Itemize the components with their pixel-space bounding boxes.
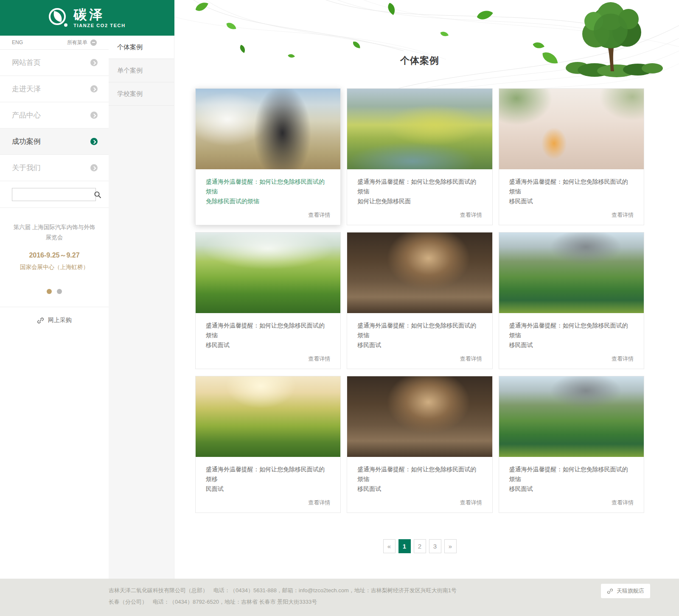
- case-photo: [499, 89, 644, 169]
- carousel-dots: [8, 289, 100, 294]
- case-title: 盛通海外温馨提醒：如何让您免除移民面试的烦恼 免除移民面试的烦恼: [206, 177, 330, 206]
- case-title: 盛通海外温馨提醒：如何让您免除移民面试的烦恼 如何让您免除移民面: [357, 177, 482, 206]
- online-procurement-link[interactable]: 网上采购: [37, 316, 72, 324]
- pagination-prev[interactable]: «: [383, 539, 396, 553]
- case-title: 盛通海外温馨提醒：如何让您免除移民面试的烦恼 移民面试: [509, 465, 634, 494]
- sidebar-item-label: 成功案例: [12, 137, 41, 146]
- all-menu-toggle[interactable]: 所有菜单: [67, 39, 97, 46]
- sidebar-item-about-tianze[interactable]: 走进天泽: [0, 76, 109, 102]
- case-card[interactable]: 盛通海外温馨提醒：如何让您免除移民面试的烦恼 移民面试 查看详情: [499, 232, 644, 369]
- case-title: 盛通海外温馨提醒：如何让您免除移民面试的烦恼 移民面试: [357, 321, 482, 350]
- sidebar-topbar: ENG 所有菜单: [0, 36, 109, 50]
- case-title: 盛通海外温馨提醒：如何让您免除移民面试的烦恼 移民面试: [509, 177, 634, 206]
- chevron-right-icon: [90, 59, 98, 66]
- procurement-block: 网上采购: [0, 307, 109, 335]
- case-photo: [196, 376, 340, 457]
- footer: 吉林天泽二氧化碳科技有限公司（总部） 电话：（0434）5631-888，邮箱：…: [0, 579, 679, 616]
- carousel-dot-2[interactable]: [57, 289, 62, 294]
- sidebar-item-success-cases[interactable]: 成功案例: [0, 129, 109, 155]
- search-icon: [94, 191, 101, 199]
- case-photo: [347, 232, 492, 313]
- case-photo: [196, 232, 340, 313]
- case-card[interactable]: 盛通海外温馨提醒：如何让您免除移民面试的烦移 民面试 查看详情: [195, 376, 341, 513]
- chevron-right-icon: [90, 85, 98, 92]
- leaf-circle-logo-icon: [49, 8, 68, 28]
- chevron-right-icon: [90, 112, 98, 119]
- language-toggle[interactable]: ENG: [12, 39, 23, 45]
- carousel-dot-1[interactable]: [47, 289, 52, 294]
- case-card[interactable]: 盛通海外温馨提醒：如何让您免除移民面试的烦恼 移民面试 查看详情: [347, 232, 492, 369]
- case-card[interactable]: 盛通海外温馨提醒：如何让您免除移民面试的烦恼 免除移民面试的烦恼 查看详情: [195, 88, 341, 225]
- footer-company-line1: 吉林天泽二氧化碳科技有限公司（总部） 电话：（0434）5631-888，邮箱：…: [109, 585, 679, 596]
- chevron-right-icon: [90, 138, 98, 145]
- case-card[interactable]: 盛通海外温馨提醒：如何让您免除移民面试的烦恼 移民面试 查看详情: [195, 232, 341, 369]
- tmall-store-button[interactable]: 天猫旗舰店: [601, 584, 650, 598]
- case-photo: [347, 89, 492, 169]
- submenu-item-school-cases[interactable]: 学校案例: [109, 82, 174, 106]
- case-grid: 盛通海外温馨提醒：如何让您免除移民面试的烦恼 免除移民面试的烦恼 查看详情 盛通…: [195, 88, 644, 513]
- case-title: 盛通海外温馨提醒：如何让您免除移民面试的烦移 民面试: [206, 465, 330, 494]
- brand-name-en: TIANZE CO2 TECH: [73, 23, 125, 28]
- case-card[interactable]: 盛通海外温馨提醒：如何让您免除移民面试的烦恼 移民面试 查看详情: [499, 376, 644, 513]
- case-photo: [196, 89, 340, 169]
- case-photo: [499, 376, 644, 457]
- main-content: 个体案例 盛通海外温馨提醒：如何让您免除移民面试的烦恼 免除移民面试的烦恼 查看…: [174, 0, 679, 579]
- sub-menu: 个体案例 单个案例 学校案例: [109, 36, 174, 579]
- search-input[interactable]: [12, 188, 94, 201]
- view-details-link[interactable]: 查看详情: [509, 355, 634, 363]
- pagination: « 1 2 3 »: [195, 539, 644, 553]
- sidebar-item-home[interactable]: 网站首页: [0, 50, 109, 76]
- tmall-store-label: 天猫旗舰店: [617, 587, 644, 595]
- chevron-right-icon: [90, 164, 98, 171]
- left-panel: 碳泽 TIANZE CO2 TECH ENG 所有菜单 网站首页: [0, 0, 174, 579]
- sidebar-item-about-us[interactable]: 关于我们: [0, 155, 109, 181]
- pagination-page-2[interactable]: 2: [414, 539, 426, 553]
- case-card[interactable]: 盛通海外温馨提醒：如何让您免除移民面试的烦恼 移民面试 查看详情: [347, 376, 492, 513]
- case-card[interactable]: 盛通海外温馨提醒：如何让您免除移民面试的烦恼 移民面试 查看详情: [499, 88, 644, 225]
- search-block: [0, 181, 109, 208]
- case-photo: [347, 376, 492, 457]
- view-details-link[interactable]: 查看详情: [357, 499, 482, 507]
- case-title: 盛通海外温馨提醒：如何让您免除移民面试的烦恼 移民面试: [509, 321, 634, 350]
- event-banner: 第六届 上海国际汽车内饰与外饰 展览会 2016-9.25～9.27 国家会展中…: [0, 208, 109, 307]
- sidebar: ENG 所有菜单 网站首页 走进天泽 产品中心: [0, 36, 109, 579]
- view-details-link[interactable]: 查看详情: [509, 499, 634, 507]
- chain-link-icon: [37, 317, 44, 324]
- view-details-link[interactable]: 查看详情: [206, 355, 330, 363]
- case-photo: [499, 232, 644, 313]
- case-card[interactable]: 盛通海外温馨提醒：如何让您免除移民面试的烦恼 如何让您免除移民面 查看详情: [347, 88, 492, 225]
- minus-circle-icon: [90, 39, 97, 46]
- brand-header: 碳泽 TIANZE CO2 TECH: [0, 0, 174, 36]
- footer-company-info: 吉林天泽二氧化碳科技有限公司（总部） 电话：（0434）5631-888，邮箱：…: [109, 585, 679, 608]
- footer-company-line2: 长春（分公司） 电话：（0434）8792-6520，地址：吉林省 长春市 景阳…: [109, 596, 679, 608]
- search-button[interactable]: [94, 188, 101, 201]
- event-venue: 国家会展中心（上海虹桥）: [8, 263, 100, 271]
- pagination-next[interactable]: »: [444, 539, 457, 553]
- view-details-link[interactable]: 查看详情: [509, 211, 634, 219]
- sidebar-item-label: 走进天泽: [12, 84, 41, 94]
- submenu-item-single-cases[interactable]: 单个案例: [109, 59, 174, 82]
- page-layout: 碳泽 TIANZE CO2 TECH ENG 所有菜单 网站首页: [0, 0, 679, 579]
- event-date: 2016-9.25～9.27: [8, 251, 100, 260]
- brand-name-cn: 碳泽: [73, 8, 125, 21]
- sidebar-item-label: 产品中心: [12, 110, 41, 120]
- submenu-item-individual-cases[interactable]: 个体案例: [109, 36, 174, 59]
- event-title: 第六届 上海国际汽车内饰与外饰 展览会: [8, 222, 100, 243]
- brand-logo: 碳泽 TIANZE CO2 TECH: [73, 8, 125, 28]
- view-details-link[interactable]: 查看详情: [357, 211, 482, 219]
- sidebar-item-label: 网站首页: [12, 58, 41, 67]
- case-title: 盛通海外温馨提醒：如何让您免除移民面试的烦恼 移民面试: [206, 321, 330, 350]
- pagination-page-1[interactable]: 1: [398, 539, 411, 553]
- sidebar-item-label: 关于我们: [12, 163, 41, 173]
- sidebar-item-products[interactable]: 产品中心: [0, 102, 109, 129]
- page-title: 个体案例: [195, 54, 644, 67]
- pagination-page-3[interactable]: 3: [429, 539, 441, 553]
- view-details-link[interactable]: 查看详情: [206, 211, 330, 219]
- online-procurement-label: 网上采购: [48, 316, 72, 324]
- view-details-link[interactable]: 查看详情: [206, 499, 330, 507]
- case-title: 盛通海外温馨提醒：如何让您免除移民面试的烦恼 移民面试: [357, 465, 482, 494]
- view-details-link[interactable]: 查看详情: [357, 355, 482, 363]
- chain-link-icon: [607, 588, 613, 594]
- all-menu-label: 所有菜单: [67, 39, 87, 46]
